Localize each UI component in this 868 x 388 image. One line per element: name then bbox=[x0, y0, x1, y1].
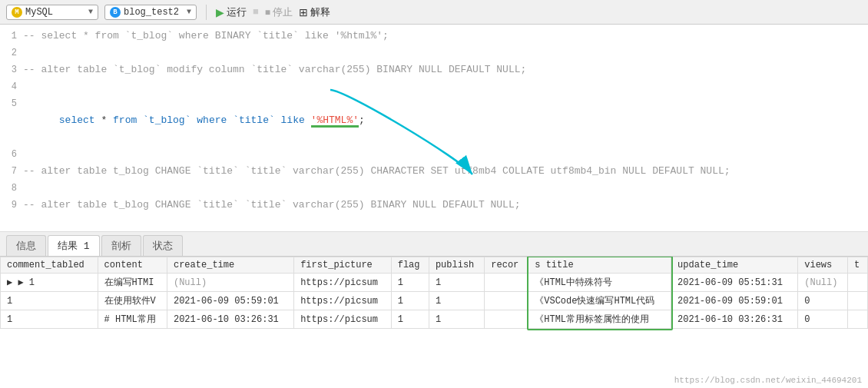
schema-icon: B bbox=[110, 7, 121, 18]
line-content-5: select * from `t_blog` where `title` lik… bbox=[23, 95, 868, 146]
line-num-7: 7 bbox=[0, 163, 23, 180]
line-num-1: 1 bbox=[0, 28, 23, 45]
line-content-8 bbox=[23, 180, 868, 197]
cell-flag: 1 bbox=[391, 310, 429, 329]
table-row: ▶ 1 在编写HTMI (Null) https://picsum 1 1 《H… bbox=[1, 274, 868, 292]
table-header-row: comment_tabled content create_time first… bbox=[1, 257, 868, 274]
cell-t bbox=[847, 292, 867, 310]
col-create-time: create_time bbox=[167, 257, 293, 274]
col-t: t bbox=[847, 257, 867, 274]
table-row: 1 # HTML常用 2021-06-10 03:26:31 https://p… bbox=[1, 310, 868, 329]
cell-publish: 1 bbox=[429, 292, 484, 310]
explain-icon: ⊞ bbox=[299, 6, 308, 18]
line-content-1: -- select * from `t_blog` where BINARY `… bbox=[23, 28, 868, 45]
line-num-2: 2 bbox=[0, 45, 23, 61]
schema-selector[interactable]: B blog_test2 ▼ bbox=[104, 5, 197, 20]
tabs-bar: 信息 结果 1 剖析 状态 bbox=[0, 232, 868, 257]
line-content-9: -- alter table t_blog CHANGE `title` `ti… bbox=[23, 197, 868, 214]
cell-title: 《HTML常用标签属性的使用 bbox=[528, 310, 671, 329]
watermark: https://blog.csdn.net/weixin_44694201 bbox=[674, 376, 862, 385]
col-flag: flag bbox=[391, 257, 429, 274]
code-line-1: 1 -- select * from `t_blog` where BINARY… bbox=[0, 28, 868, 45]
tab-info[interactable]: 信息 bbox=[6, 235, 46, 256]
line-num-5: 5 bbox=[0, 95, 23, 112]
explain-button[interactable]: ⊞ 解释 bbox=[299, 5, 330, 19]
code-editor[interactable]: 1 -- select * from `t_blog` where BINARY… bbox=[0, 25, 868, 232]
schema-dropdown-arrow: ▼ bbox=[187, 8, 191, 16]
cell-content: # HTML常用 bbox=[98, 310, 167, 329]
line-content-4 bbox=[23, 78, 868, 95]
col-title: s title bbox=[528, 257, 671, 274]
cell-content: 在编写HTMI bbox=[98, 274, 167, 292]
cell-recor bbox=[485, 292, 528, 310]
cell-first-picture: https://picsum bbox=[294, 310, 392, 329]
cell-recor bbox=[485, 274, 528, 292]
code-line-9: 9 -- alter table t_blog CHANGE `title` `… bbox=[0, 197, 868, 214]
mysql-icon: M bbox=[12, 7, 22, 18]
cell-flag: 1 bbox=[391, 274, 429, 292]
toolbar: M MySQL ▼ B blog_test2 ▼ ▶ 运行 ■ ■ 停止 ⊞ 解… bbox=[0, 0, 868, 25]
toolbar-separator bbox=[206, 5, 207, 20]
code-line-4: 4 bbox=[0, 78, 868, 95]
line-content-2 bbox=[23, 45, 868, 61]
cell-update-time: 2021-06-09 05:59:01 bbox=[671, 292, 798, 310]
run-label: 运行 bbox=[227, 5, 247, 19]
line-num-6: 6 bbox=[0, 146, 23, 163]
db-selector[interactable]: M MySQL ▼ bbox=[6, 5, 98, 20]
line-content-6 bbox=[23, 146, 868, 163]
explain-label: 解释 bbox=[310, 5, 330, 19]
col-recor: recor bbox=[485, 257, 528, 274]
cell-recor bbox=[485, 310, 528, 329]
cell-comment: 1 bbox=[1, 292, 98, 310]
cell-t bbox=[847, 310, 867, 329]
cell-t bbox=[847, 274, 867, 292]
table-body: ▶ 1 在编写HTMI (Null) https://picsum 1 1 《H… bbox=[1, 274, 868, 329]
cell-comment: ▶ 1 bbox=[1, 274, 98, 292]
results-area[interactable]: comment_tabled content create_time first… bbox=[0, 257, 868, 388]
col-views: views bbox=[798, 257, 848, 274]
cell-views: 0 bbox=[798, 292, 848, 310]
line-num-9: 9 bbox=[0, 197, 23, 214]
cell-create-time: 2021-06-10 03:26:31 bbox=[167, 310, 293, 329]
cell-content: 在使用软件V bbox=[98, 292, 167, 310]
code-line-7: 7 -- alter table t_blog CHANGE `title` `… bbox=[0, 163, 868, 180]
cell-views: (Null) bbox=[798, 274, 848, 292]
cell-comment: 1 bbox=[1, 310, 98, 329]
stop-icon: ■ bbox=[265, 7, 270, 18]
code-line-3: 3 -- alter table `t_blog` modify column … bbox=[0, 61, 868, 78]
stop-button[interactable]: ■ 停止 bbox=[265, 5, 293, 19]
db-label: MySQL bbox=[25, 7, 85, 18]
cell-publish: 1 bbox=[429, 274, 484, 292]
schema-label: blog_test2 bbox=[124, 7, 184, 18]
results-table: comment_tabled content create_time first… bbox=[0, 257, 868, 329]
cell-views: 0 bbox=[798, 310, 848, 329]
col-update-time: update_time bbox=[671, 257, 798, 274]
table-row: 1 在使用软件V 2021-06-09 05:59:01 https://pic… bbox=[1, 292, 868, 310]
cell-title: 《HTML中特殊符号 bbox=[528, 274, 671, 292]
bottom-section: 信息 结果 1 剖析 状态 comment_tabled content cre… bbox=[0, 232, 868, 388]
db-dropdown-arrow: ▼ bbox=[88, 8, 93, 16]
stop-label: 停止 bbox=[273, 5, 293, 19]
line-num-8: 8 bbox=[0, 180, 23, 197]
btn-sep1: ■ bbox=[253, 6, 259, 18]
col-comment-tabled: comment_tabled bbox=[1, 257, 98, 274]
cell-flag: 1 bbox=[391, 292, 429, 310]
cell-update-time: 2021-06-09 05:51:31 bbox=[671, 274, 798, 292]
cell-first-picture: https://picsum bbox=[294, 274, 392, 292]
tab-results[interactable]: 结果 1 bbox=[48, 235, 100, 256]
line-content-3: -- alter table `t_blog` modify column `t… bbox=[23, 61, 868, 78]
cell-create-time: (Null) bbox=[167, 274, 293, 292]
col-first-picture: first_picture bbox=[294, 257, 392, 274]
play-icon: ▶ bbox=[216, 6, 224, 18]
cell-create-time: 2021-06-09 05:59:01 bbox=[167, 292, 293, 310]
run-button[interactable]: ▶ 运行 bbox=[216, 5, 247, 19]
code-line-5: 5 select * from `t_blog` where `title` l… bbox=[0, 95, 868, 146]
code-line-8: 8 bbox=[0, 180, 868, 197]
tab-profiling[interactable]: 剖析 bbox=[101, 235, 141, 256]
line-num-4: 4 bbox=[0, 78, 23, 95]
tab-status[interactable]: 状态 bbox=[143, 235, 183, 256]
col-content: content bbox=[98, 257, 167, 274]
code-line-2: 2 bbox=[0, 45, 868, 61]
col-publish: publish bbox=[429, 257, 484, 274]
cell-publish: 1 bbox=[429, 310, 484, 329]
